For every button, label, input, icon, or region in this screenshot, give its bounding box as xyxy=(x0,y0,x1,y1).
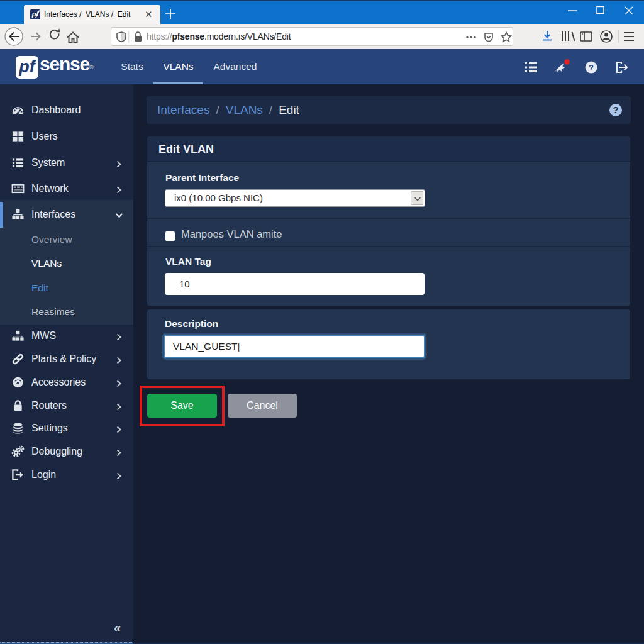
svg-text:?: ? xyxy=(589,63,594,72)
